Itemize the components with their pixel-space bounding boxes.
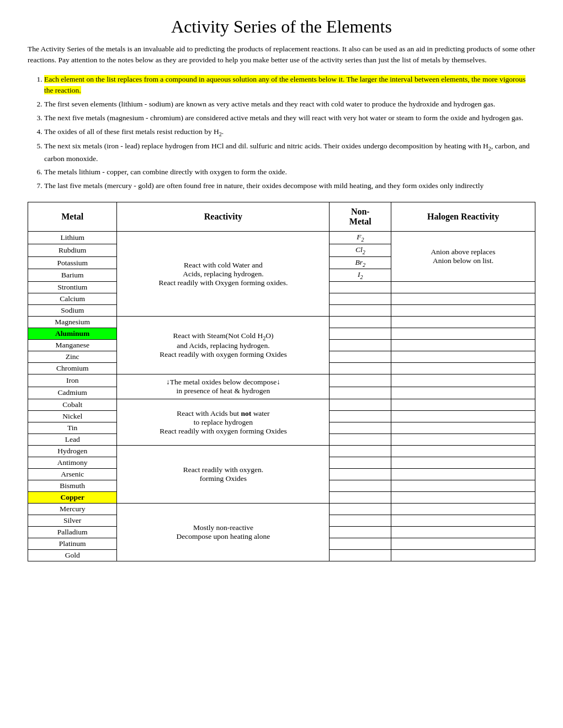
halogen-empty23: [391, 538, 535, 550]
metal-barium: Barium: [28, 269, 117, 282]
rule-1: Each element on the list replaces from a…: [44, 74, 535, 97]
nonmetal-empty8: [330, 363, 391, 374]
table-header-row: Metal Reactivity Non-Metal Halogen React…: [28, 202, 535, 232]
nonmetal-empty14: [330, 434, 391, 446]
nonmetal-empty20: [330, 504, 391, 515]
metal-antimony: Antimony: [28, 457, 117, 469]
halogen-empty10: [391, 387, 535, 399]
nonmetal-header: Non-Metal: [330, 202, 391, 232]
metal-chromium: Chromium: [28, 363, 117, 374]
halogen-empty22: [391, 527, 535, 538]
halogen-empty4: [391, 317, 535, 328]
metal-magnesium: Magnesium: [28, 317, 117, 328]
nonmetal-empty15: [330, 446, 391, 457]
table-row: Hydrogen React readily with oxygen.formi…: [28, 446, 535, 457]
rule-5: The next six metals (iron - lead) replac…: [44, 141, 535, 164]
metal-copper: Copper: [28, 492, 117, 504]
metal-silver: Silver: [28, 515, 117, 527]
reactivity-header: Reactivity: [117, 202, 330, 232]
metal-nickel: Nickel: [28, 411, 117, 422]
metal-lead: Lead: [28, 434, 117, 446]
nonmetal-cl2: Cl2: [330, 244, 391, 257]
rule-7: The last five metals (mercury - gold) ar…: [44, 180, 535, 192]
nonmetal-empty22: [330, 527, 391, 538]
nonmetal-empty9: [330, 374, 391, 387]
nonmetal-empty2: [330, 293, 391, 305]
halogen-empty17: [391, 469, 535, 480]
nonmetal-empty17: [330, 469, 391, 480]
reactivity-group2: React with Steam(Not Cold H2O)and Acids,…: [117, 317, 330, 374]
nonmetal-empty3: [330, 305, 391, 317]
nonmetal-empty13: [330, 422, 391, 434]
nonmetal-empty7: [330, 351, 391, 363]
halogen-empty7: [391, 351, 535, 363]
rule-4: The oxides of all of these first metals …: [44, 126, 535, 138]
halogen-empty12: [391, 411, 535, 422]
halogen-empty11: [391, 399, 535, 411]
metal-iron: Iron: [28, 374, 117, 387]
metal-calcium: Calcium: [28, 293, 117, 305]
metal-rubdium: Rubdium: [28, 244, 117, 257]
nonmetal-empty6: [330, 340, 391, 351]
rule-6: The metals lithium - copper, can combine…: [44, 167, 535, 178]
metal-lithium: Lithium: [28, 232, 117, 244]
nonmetal-empty11: [330, 399, 391, 411]
halogen-empty3: [391, 305, 535, 317]
nonmetal-empty16: [330, 457, 391, 469]
metal-cobalt: Cobalt: [28, 399, 117, 411]
metal-platinum: Platinum: [28, 538, 117, 550]
metal-mercury: Mercury: [28, 504, 117, 515]
table-row: Iron ↓The metal oxides below decompose↓i…: [28, 374, 535, 387]
metal-zinc: Zinc: [28, 351, 117, 363]
reactivity-group4: React with Acids but not waterto replace…: [117, 399, 330, 446]
nonmetal-empty4: [330, 317, 391, 328]
halogen-empty24: [391, 550, 535, 561]
halogen-empty20: [391, 504, 535, 515]
reactivity-group1: React with cold Water andAcids, replacin…: [117, 232, 330, 317]
nonmetal-empty19: [330, 492, 391, 504]
halogen-empty15: [391, 446, 535, 457]
nonmetal-br2: Br2: [330, 256, 391, 269]
halogen-empty1: [391, 282, 535, 293]
table-row: Mercury Mostly non-reactiveDecompose upo…: [28, 504, 535, 515]
halogen-empty16: [391, 457, 535, 469]
halogen-header: Halogen Reactivity: [391, 202, 535, 232]
halogen-anion-text: Anion above replacesAnion below on list.: [391, 232, 535, 282]
rule-2: The first seven elements (lithium - sodi…: [44, 99, 535, 110]
nonmetal-empty10: [330, 387, 391, 399]
halogen-empty5: [391, 328, 535, 340]
nonmetal-empty5: [330, 328, 391, 340]
rule-1-text: Each element on the list replaces from a…: [44, 75, 525, 95]
reactivity-group3: ↓The metal oxides below decompose↓in pre…: [117, 374, 330, 399]
metal-manganese: Manganese: [28, 340, 117, 351]
rule-3: The next five metals (magnesium - chromi…: [44, 113, 535, 124]
halogen-empty2: [391, 293, 535, 305]
table-row: Cobalt React with Acids but not waterto …: [28, 399, 535, 411]
nonmetal-empty18: [330, 480, 391, 492]
table-row: Magnesium React with Steam(Not Cold H2O)…: [28, 317, 535, 328]
metal-potassium: Potassium: [28, 256, 117, 269]
nonmetal-i2: I2: [330, 269, 391, 282]
metal-header: Metal: [28, 202, 117, 232]
metal-strontium: Strontium: [28, 282, 117, 293]
nonmetal-f2: F2: [330, 232, 391, 244]
halogen-empty13: [391, 422, 535, 434]
page-title: Activity Series of the Elements: [28, 17, 535, 37]
nonmetal-empty23: [330, 538, 391, 550]
metal-sodium: Sodium: [28, 305, 117, 317]
halogen-empty6: [391, 340, 535, 351]
nonmetal-empty1: [330, 282, 391, 293]
halogen-empty18: [391, 480, 535, 492]
halogen-empty8: [391, 363, 535, 374]
metal-palladium: Palladium: [28, 527, 117, 538]
nonmetal-empty21: [330, 515, 391, 527]
nonmetal-empty12: [330, 411, 391, 422]
metal-bismuth: Bismuth: [28, 480, 117, 492]
metal-arsenic: Arsenic: [28, 469, 117, 480]
metal-hydrogen: Hydrogen: [28, 446, 117, 457]
activity-series-table: Metal Reactivity Non-Metal Halogen React…: [28, 202, 535, 561]
metal-cadmium: Cadmium: [28, 387, 117, 399]
halogen-empty14: [391, 434, 535, 446]
rules-list: Each element on the list replaces from a…: [28, 74, 535, 192]
intro-text: The Activity Series of the metals is an …: [28, 44, 535, 66]
